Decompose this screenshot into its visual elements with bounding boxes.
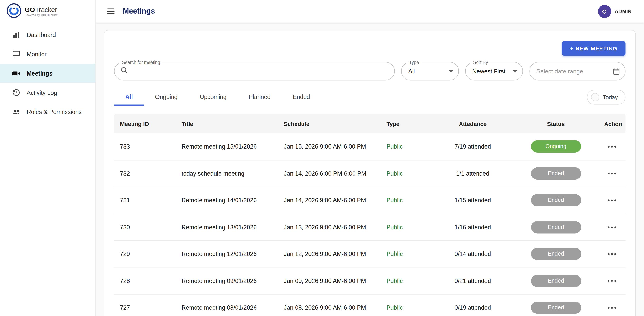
video-camera-icon: [12, 69, 20, 78]
search-icon: [120, 66, 128, 76]
cell-attendance: 0/14 attended: [438, 251, 508, 257]
row-actions-button[interactable]: [605, 304, 619, 312]
sidebar-item-dashboard[interactable]: Dashboard: [0, 25, 95, 44]
new-meeting-button[interactable]: + NEW MEETING: [562, 41, 626, 56]
cell-title: today schedule meeting: [182, 170, 284, 177]
row-actions-button[interactable]: [605, 142, 619, 151]
logo-primary: GO: [24, 6, 35, 13]
status-badge: Ended: [531, 221, 581, 233]
today-filter-chip[interactable]: Today: [587, 90, 626, 105]
sidebar-item-monitor[interactable]: Monitor: [0, 44, 95, 64]
table-header: Meeting ID Title Schedule Type Attedance…: [114, 114, 626, 133]
chevron-down-icon: [449, 70, 453, 72]
search-input[interactable]: Search for meeting: [114, 62, 395, 81]
cell-meeting-id: 731: [120, 197, 182, 204]
cell-type: Public: [386, 143, 438, 150]
cell-type: Public: [386, 305, 438, 311]
column-header-attendance: Attedance: [438, 120, 508, 127]
cell-meeting-id: 728: [120, 278, 182, 284]
cell-meeting-id: 730: [120, 224, 182, 230]
sidebar-item-label: Dashboard: [27, 31, 56, 38]
type-select[interactable]: Type All: [401, 62, 459, 81]
sort-select[interactable]: Sort By Newest First: [465, 62, 523, 81]
top-bar: Meetings O ADMIN: [96, 0, 644, 23]
status-badge: Ended: [531, 167, 581, 180]
app-logo[interactable]: GOTracker Powered by GOLDENOWL: [0, 0, 95, 23]
column-header-schedule: Schedule: [284, 120, 386, 127]
user-menu[interactable]: O ADMIN: [598, 5, 632, 18]
status-badge: Ended: [531, 248, 581, 260]
cell-type: Public: [386, 224, 438, 230]
filters-row: Search for meeting Type All: [114, 62, 626, 81]
calendar-icon: [612, 68, 620, 77]
column-header-type: Type: [386, 120, 438, 127]
table-row: 730 Remote meeting 13/01/2026 Jan 13, 20…: [114, 214, 626, 241]
tab-upcoming[interactable]: Upcoming: [189, 89, 238, 106]
tab-all[interactable]: All: [114, 89, 144, 106]
row-actions-button[interactable]: [605, 223, 619, 232]
tab-planned[interactable]: Planned: [238, 89, 282, 106]
meetings-card: + NEW MEETING Search for meeting: [104, 30, 636, 316]
column-header-title: Title: [182, 120, 284, 127]
cell-schedule: Jan 14, 2026 9:00 AM-6:00 PM: [284, 197, 386, 204]
row-actions-button[interactable]: [605, 277, 619, 285]
column-header-status: Status: [508, 120, 604, 127]
sort-value: Newest First: [472, 68, 505, 74]
cell-attendance: 0/19 attended: [438, 305, 508, 311]
cell-type: Public: [386, 197, 438, 204]
cell-title: Remote meeting 14/01/2026: [182, 197, 284, 204]
sort-label: Sort By: [471, 59, 490, 65]
cell-meeting-id: 729: [120, 251, 182, 257]
cell-title: Remote meeting 13/01/2026: [182, 224, 284, 230]
logo-powered-by: Powered by GOLDENOWL: [24, 13, 59, 16]
date-range-input[interactable]: Select date range: [529, 62, 626, 81]
radio-circle-icon: [591, 93, 599, 101]
tabs-row: All Ongoing Upcoming Planned Ended Today: [114, 89, 626, 106]
search-label: Search for meeting: [120, 59, 162, 65]
sidebar-item-label: Roles & Permissions: [27, 109, 82, 115]
tab-ongoing[interactable]: Ongoing: [144, 89, 188, 106]
search-text-field[interactable]: [132, 68, 394, 74]
table-row: 732 today schedule meeting Jan 14, 2026 …: [114, 160, 626, 187]
user-name: ADMIN: [615, 8, 632, 14]
cell-type: Public: [386, 170, 438, 177]
cell-meeting-id: 727: [120, 305, 182, 311]
cell-schedule: Jan 09, 2026 9:00 AM-6:00 PM: [284, 278, 386, 284]
row-actions-button[interactable]: [605, 250, 619, 258]
cell-title: Remote meeting 09/01/2026: [182, 278, 284, 284]
column-header-action: Action: [604, 120, 622, 127]
cell-meeting-id: 733: [120, 143, 182, 150]
column-header-meeting-id: Meeting ID: [120, 120, 182, 127]
menu-toggle-button[interactable]: [106, 7, 116, 16]
sidebar-item-roles-permissions[interactable]: Roles & Permissions: [0, 102, 95, 122]
table-row: 728 Remote meeting 09/01/2026 Jan 09, 20…: [114, 268, 626, 295]
cell-schedule: Jan 14, 2026 6:00 PM-6:00 PM: [284, 170, 386, 177]
cell-attendance: 7/19 attended: [438, 143, 508, 150]
logo-secondary: Tracker: [35, 6, 57, 13]
cell-attendance: 1/15 attended: [438, 197, 508, 204]
cell-meeting-id: 732: [120, 170, 182, 177]
table-body: 733 Remote meeting 15/01/2026 Jan 15, 20…: [114, 133, 626, 316]
sidebar-item-meetings[interactable]: Meetings: [0, 64, 95, 83]
content-area: + NEW MEETING Search for meeting: [96, 23, 644, 316]
status-badge: Ended: [531, 302, 581, 314]
bar-chart-icon: [12, 30, 20, 39]
tab-ended[interactable]: Ended: [282, 89, 321, 106]
sidebar-item-activity-log[interactable]: Activity Log: [0, 83, 95, 102]
sidebar-item-label: Monitor: [27, 51, 46, 57]
table-row: 733 Remote meeting 15/01/2026 Jan 15, 20…: [114, 133, 626, 160]
status-badge: Ongoing: [531, 141, 581, 153]
table-row: 729 Remote meeting 12/01/2026 Jan 12, 20…: [114, 241, 626, 268]
type-label: Type: [407, 59, 421, 65]
sidebar-menu: Dashboard Monitor Meetin: [0, 25, 95, 122]
avatar[interactable]: O: [598, 5, 611, 18]
cell-attendance: 1/16 attended: [438, 224, 508, 230]
history-icon: [12, 88, 20, 97]
row-actions-button[interactable]: [605, 169, 619, 178]
main-area: Meetings O ADMIN + NEW MEETING Search fo…: [96, 0, 644, 316]
chevron-down-icon: [513, 70, 517, 72]
row-actions-button[interactable]: [605, 196, 619, 205]
cell-type: Public: [386, 251, 438, 257]
status-badge: Ended: [531, 194, 581, 206]
cell-title: Remote meeting 15/01/2026: [182, 143, 284, 150]
